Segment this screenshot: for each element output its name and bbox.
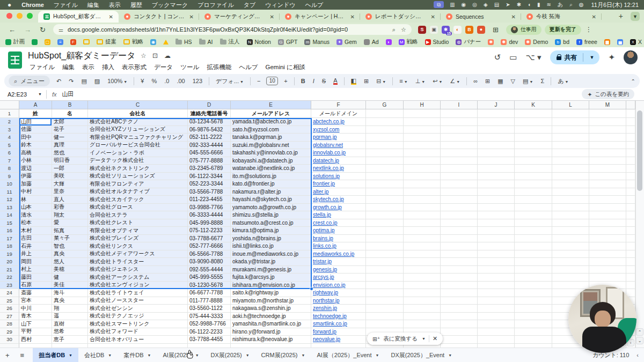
cell-empty[interactable] bbox=[441, 305, 478, 313]
cell-empty[interactable] bbox=[589, 274, 626, 282]
cell-empty[interactable] bbox=[515, 320, 552, 328]
cell-empty[interactable] bbox=[626, 250, 635, 258]
cell-empty[interactable] bbox=[478, 134, 515, 142]
cell-r2c4[interactable]: yamada.t@abctech.co.jp bbox=[231, 118, 311, 126]
cell-r3c3[interactable]: 06-9876-5432 bbox=[188, 126, 231, 134]
sheets-menu-6[interactable]: ツール bbox=[177, 62, 203, 72]
sheet-tab-7[interactable]: DX展(2025）_Event▼ bbox=[385, 348, 458, 362]
bookmark-item-24[interactable]: ✱Demo bbox=[525, 39, 548, 45]
sheet-tab-3[interactable]: AI展(2025)▼ bbox=[157, 348, 204, 362]
cell-empty[interactable] bbox=[589, 219, 626, 227]
cell-empty[interactable] bbox=[404, 180, 441, 188]
cell-r6c2[interactable]: イノベーション・ラボ bbox=[88, 149, 188, 157]
cell-empty[interactable] bbox=[404, 297, 441, 305]
bookmark-item-11[interactable]: AI bbox=[199, 39, 213, 45]
cell-r10c2[interactable]: 有限会社フロンティア bbox=[88, 180, 188, 188]
cell-r10c1[interactable]: 大輝 bbox=[52, 180, 88, 188]
cell-empty[interactable] bbox=[441, 196, 478, 204]
row-header-31[interactable] bbox=[0, 344, 19, 348]
document-title[interactable]: HubSpot_顧客ダミーデータ bbox=[28, 50, 136, 62]
cell-r9c5[interactable]: solutions.jp bbox=[311, 173, 366, 181]
cell-r11c0[interactable]: 中村 bbox=[19, 188, 52, 196]
cell-empty[interactable] bbox=[478, 289, 515, 297]
cell-empty[interactable] bbox=[478, 118, 515, 126]
table-header-3[interactable]: 連絡先電話番号 bbox=[188, 109, 231, 118]
cell-empty[interactable] bbox=[366, 320, 404, 328]
cell-empty[interactable] bbox=[552, 188, 589, 196]
browser-tab-1[interactable]: コンタクト | コンタクト一覧 ✕ bbox=[119, 11, 199, 23]
cell-r18c3[interactable]: 052-777-6666 bbox=[188, 242, 231, 250]
ext-screenshot[interactable]: ▣ bbox=[430, 26, 438, 34]
cell-r8c0[interactable]: 渡辺 bbox=[19, 165, 52, 173]
cell-r30c0[interactable]: 西村 bbox=[19, 336, 52, 344]
cell-r3c2[interactable]: 合同会社XYZソリューションズ bbox=[88, 126, 188, 134]
cell-r7c3[interactable]: 075-777-8888 bbox=[188, 157, 231, 165]
cell-r24c4[interactable]: saito.k@rightway.jp bbox=[231, 289, 311, 297]
cell-empty[interactable] bbox=[478, 180, 515, 188]
cell-empty[interactable] bbox=[589, 242, 626, 250]
search-icon[interactable]: ⌕ bbox=[387, 26, 396, 33]
cell-empty[interactable] bbox=[515, 344, 552, 348]
cell-r7c2[interactable]: データテック株式会社 bbox=[88, 157, 188, 165]
cell-empty[interactable] bbox=[515, 118, 552, 126]
macos-menu-5[interactable]: ブックマーク bbox=[147, 2, 193, 8]
cell-empty[interactable] bbox=[515, 297, 552, 305]
bold-icon[interactable]: B bbox=[298, 78, 309, 84]
cell-empty[interactable] bbox=[441, 258, 478, 266]
cell-empty[interactable] bbox=[515, 126, 552, 134]
cell-empty[interactable] bbox=[404, 242, 441, 250]
bookmark-item-1[interactable] bbox=[32, 39, 38, 45]
cell-r17c4[interactable]: yoshida.n@brains.jp bbox=[231, 235, 311, 243]
cell-empty[interactable] bbox=[441, 297, 478, 305]
cell-r17c5[interactable]: brains.jp bbox=[311, 235, 366, 243]
cell-empty[interactable] bbox=[626, 126, 635, 134]
row-header-27[interactable]: 27 bbox=[0, 313, 19, 321]
text-rotate-icon[interactable]: ∠▼ bbox=[447, 78, 463, 85]
cell-r27c0[interactable]: 青木 bbox=[19, 313, 52, 321]
address-bar[interactable]: ⚌ docs.google.com/spreadsheets/d/1hn7YnL… bbox=[53, 24, 412, 35]
cell-empty[interactable] bbox=[441, 250, 478, 258]
cell-empty[interactable] bbox=[626, 188, 635, 196]
cell-r11c2[interactable]: 株式会社オルタナティブ bbox=[88, 188, 188, 196]
cell-empty[interactable] bbox=[552, 204, 589, 212]
name-box[interactable]: A2:E23 ▼ bbox=[0, 91, 46, 98]
bookmark-item-26[interactable]: ffreee bbox=[576, 39, 597, 45]
row-header-19[interactable]: 19 bbox=[0, 250, 19, 258]
new-tab-button[interactable]: + bbox=[614, 12, 628, 23]
cell-empty[interactable] bbox=[366, 180, 404, 188]
cell-r19c3[interactable]: 06-5566-7788 bbox=[188, 250, 231, 258]
cell-empty[interactable] bbox=[515, 313, 552, 321]
cell-r26c3[interactable]: 03-5560-1122 bbox=[188, 305, 231, 313]
cell-empty[interactable] bbox=[626, 204, 635, 212]
undo-icon[interactable]: ↶ bbox=[53, 78, 64, 85]
row-header-20[interactable]: 20 bbox=[0, 258, 19, 266]
cell-empty[interactable] bbox=[366, 282, 404, 290]
cell-empty[interactable] bbox=[552, 165, 589, 173]
cell-empty[interactable] bbox=[366, 173, 404, 181]
cell-empty[interactable] bbox=[552, 235, 589, 243]
browser-tab-2[interactable]: マーケティングイベント | 展示会 ✕ bbox=[199, 11, 280, 23]
cell-r22c2[interactable]: 株式会社アークシステム bbox=[88, 274, 188, 282]
cell-empty[interactable] bbox=[478, 196, 515, 204]
cell-r26c5[interactable]: zenshin.jp bbox=[311, 305, 366, 313]
cell-r28c4[interactable]: yamashita.n@smartlink.co.jp bbox=[231, 320, 311, 328]
row-header-9[interactable]: 9 bbox=[0, 173, 19, 181]
bookmark-item-0[interactable]: 計画 bbox=[5, 38, 25, 46]
cell-r6c3[interactable]: 045-555-6666 bbox=[188, 149, 231, 157]
cell-empty[interactable] bbox=[589, 204, 626, 212]
star-document-icon[interactable]: ☆ bbox=[141, 52, 147, 60]
cell-empty[interactable] bbox=[552, 196, 589, 204]
cell-empty[interactable] bbox=[626, 258, 635, 266]
col-header-I[interactable]: I bbox=[441, 101, 478, 109]
cell-r20c4[interactable]: okada.y@tristar.jp bbox=[231, 258, 311, 266]
increase-font-size-icon[interactable]: + bbox=[281, 78, 290, 84]
selection-fill-handle[interactable] bbox=[310, 287, 313, 291]
row-header-3[interactable]: 3 bbox=[0, 126, 19, 134]
name-box-chevron-icon[interactable]: ▼ bbox=[38, 92, 42, 96]
browser-tab-6[interactable]: 今枝 拓海 ✕ bbox=[521, 11, 602, 23]
cell-empty[interactable] bbox=[478, 149, 515, 157]
cell-r24c3[interactable]: 06-6677-7788 bbox=[188, 289, 231, 297]
cell-empty[interactable] bbox=[515, 274, 552, 282]
cell-r16c3[interactable]: 075-112-2233 bbox=[188, 227, 231, 235]
row-header-26[interactable]: 26 bbox=[0, 305, 19, 313]
